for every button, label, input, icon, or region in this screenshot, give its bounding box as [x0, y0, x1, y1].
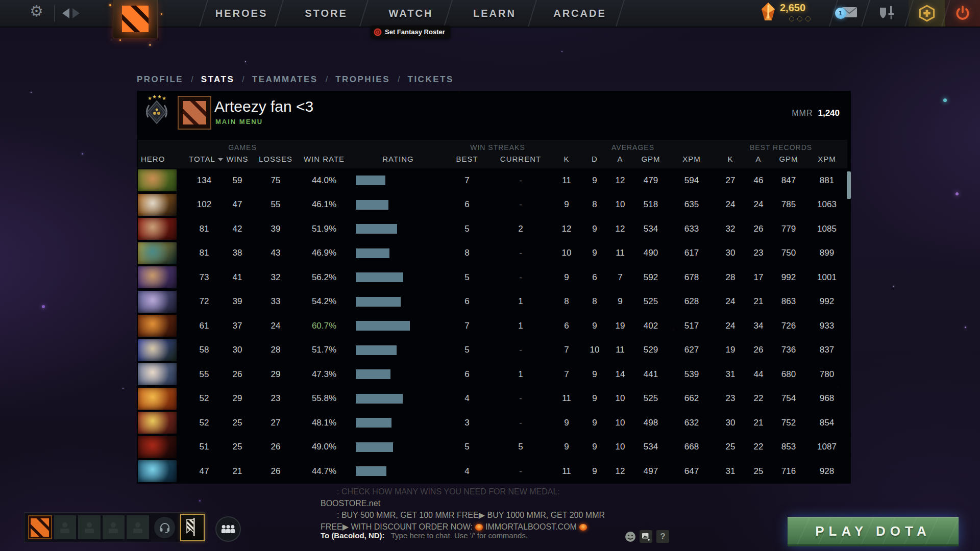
cell-best: 7	[444, 176, 490, 186]
hero-stats-row[interactable]: 73413256.2%5-96759267828179921001	[138, 265, 847, 290]
column-header-xpm[interactable]: XPM	[669, 153, 715, 165]
power-quit-button[interactable]	[945, 0, 980, 27]
chat-input[interactable]: To (Bacolod, ND): Type here to chat. Use…	[321, 531, 528, 540]
nav-back-icon[interactable]	[62, 8, 69, 18]
cell-best: 4	[444, 466, 490, 477]
hero-stats-row[interactable]: 72393354.2%618895256282421863992	[138, 290, 847, 314]
voice-chat-button[interactable]	[154, 517, 176, 538]
shard-balance[interactable]: 2,650	[760, 2, 805, 22]
column-header-gpm[interactable]: GPM	[633, 153, 669, 165]
nav-divider	[54, 5, 55, 21]
cell-total: 61	[189, 321, 219, 331]
hero-stats-row[interactable]: 55262947.3%6179144415393144680780	[138, 362, 847, 387]
party-empty-slot[interactable]	[127, 515, 149, 539]
guild-banner-button[interactable]	[180, 514, 205, 541]
column-header-losses[interactable]: LOSSES	[255, 153, 296, 165]
hero-cell	[138, 290, 189, 314]
cell-current: -	[490, 199, 551, 210]
column-header-total[interactable]: TOTAL	[189, 153, 219, 165]
tab-profile[interactable]: PROFILE	[137, 74, 183, 85]
player-avatar[interactable]	[178, 96, 211, 130]
column-header-rating[interactable]: RATING	[352, 153, 444, 165]
nav-item-learn[interactable]: LEARN	[473, 0, 516, 27]
party-empty-slot[interactable]	[54, 515, 77, 539]
friends-list-button[interactable]	[215, 516, 241, 542]
column-header-hero[interactable]: HERO	[138, 153, 189, 165]
play-dota-button[interactable]: PLAY DOTA	[788, 517, 959, 546]
party-self-slot[interactable]	[28, 515, 52, 539]
image-share-button[interactable]	[640, 530, 652, 543]
cell-best-k: 24	[715, 296, 746, 307]
power-icon	[954, 5, 971, 21]
hero-stats-row[interactable]: 81423951.9%521291253463332267791085	[138, 217, 847, 241]
hero-stats-row[interactable]: 61372460.7%7169194025172434726933	[138, 314, 847, 338]
column-header-k[interactable]: K	[551, 153, 582, 165]
column-header-a[interactable]: A	[607, 153, 633, 165]
column-header-wins[interactable]: WINS	[219, 153, 255, 165]
hero-stats-row[interactable]: 52252748.1%3-99104986323021752854	[138, 411, 847, 435]
cell-k: 12	[551, 224, 582, 234]
cell-gpm: 441	[633, 369, 669, 380]
cell-total: 134	[189, 176, 219, 186]
cell-best-gpm: 779	[771, 224, 806, 234]
cell-win-rate: 49.0%	[296, 442, 352, 452]
column-header-k[interactable]: K	[715, 153, 746, 165]
hero-stats-row[interactable]: 58302851.7%5-710115296271926736837	[138, 338, 847, 363]
dota-plus-button[interactable]	[909, 0, 945, 27]
flame-icon	[579, 524, 587, 531]
lina-portrait	[138, 388, 177, 410]
column-header-a[interactable]: A	[746, 153, 771, 165]
hero-cell	[138, 338, 189, 363]
column-header-xpm[interactable]: XPM	[806, 153, 847, 165]
cell-xpm: 539	[669, 369, 715, 380]
chat-help-button[interactable]: ?	[656, 530, 669, 543]
hero-stats-row[interactable]: 81384346.9%8-109114906173023750899	[138, 241, 847, 266]
column-header-current[interactable]: CURRENT	[490, 153, 551, 165]
nav-item-store[interactable]: STORE	[305, 0, 348, 27]
armory-button[interactable]	[865, 0, 909, 27]
tab-stats[interactable]: STATS	[201, 74, 235, 85]
hero-stats-row[interactable]: 51252649.0%55991053466825228531087	[138, 435, 847, 460]
mmr-value: 1,240	[818, 108, 840, 118]
nav-item-arcade[interactable]: ARCADE	[553, 0, 606, 27]
column-header-gpm[interactable]: GPM	[771, 153, 806, 165]
cell-win-rate: 47.3%	[296, 369, 352, 380]
dota-home-logo[interactable]	[113, 0, 158, 38]
cell-k: 8	[551, 296, 582, 307]
settings-gear-icon[interactable]: ⚙	[30, 2, 43, 20]
column-header-win-rate[interactable]: WIN RATE	[296, 153, 352, 165]
cell-xpm: 668	[669, 442, 715, 452]
ember-particle	[161, 13, 162, 15]
party-empty-slot[interactable]	[78, 515, 101, 539]
party-empty-slot[interactable]	[103, 515, 125, 539]
rating-cell	[352, 435, 444, 460]
tab-teammates[interactable]: TEAMMATES	[252, 74, 318, 85]
emoticon-button[interactable]	[624, 530, 636, 543]
hero-stats-row[interactable]: 47212644.7%4-119124976473125716928	[138, 459, 847, 484]
drow-ranger-portrait	[138, 291, 177, 313]
chat-message: BOOSTORE.net	[321, 497, 688, 509]
nav-item-watch[interactable]: WATCH	[389, 0, 433, 27]
column-header-best[interactable]: BEST	[444, 153, 490, 165]
cell-best-gpm: 752	[771, 418, 806, 428]
hero-stats-row[interactable]: 102475546.1%6-981051863524247851063	[138, 193, 847, 217]
tab-trophies[interactable]: TROPHIES	[335, 74, 390, 85]
chat-message: : CHECK HOW MANY WINS YOU NEED FOR NEW M…	[321, 486, 688, 497]
nav-item-heroes[interactable]: HEROES	[215, 0, 267, 27]
column-header-d[interactable]: D	[582, 153, 607, 165]
nav-forward-icon[interactable]	[72, 8, 80, 18]
cell-wins: 29	[219, 393, 255, 404]
cell-losses: 55	[255, 199, 296, 210]
cell-k: 9	[551, 272, 582, 283]
hero-stats-row[interactable]: 52292355.8%4-119105256622322754968	[138, 387, 847, 411]
notifications-mail-button[interactable]: 1	[833, 0, 865, 27]
cell-total: 72	[189, 296, 219, 307]
hero-stats-row[interactable]: 134597544.0%7-119124795942746847881	[138, 168, 847, 193]
tab-tickets[interactable]: TICKETS	[408, 74, 454, 85]
table-scrollbar-thumb[interactable]	[847, 171, 851, 199]
cell-a: 9	[607, 296, 633, 307]
cell-best-a: 46	[746, 176, 771, 186]
pangolier-portrait	[138, 339, 177, 361]
banner-icon	[185, 517, 200, 538]
cell-best-k: 19	[715, 345, 746, 355]
